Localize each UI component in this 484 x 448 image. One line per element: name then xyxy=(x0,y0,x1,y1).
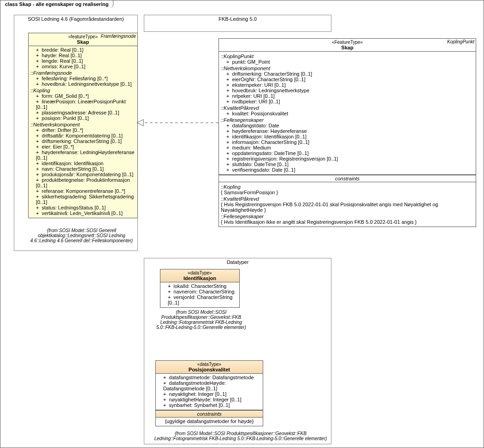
constraint-text: {ugyldige datafangstmetoder for høyde} xyxy=(156,418,263,426)
attribute: bredde: Real [0..1] xyxy=(30,47,136,53)
package-sosi-title: SOSI Ledning 4.6 (Fagområdestandarden) xyxy=(14,15,137,23)
class-skap-fkb: KoplingPunkt «FeatureType» Skap ::Koplin… xyxy=(218,38,476,227)
class-posisjonskvalitet: «dataType» Posisjonskvalitet datafangstm… xyxy=(155,360,263,426)
attribute: navnerom: CharacterString xyxy=(162,289,237,294)
attribute: versjonId: CharacterString [0..1] xyxy=(162,294,237,305)
group-head: ::Framføringsnode xyxy=(30,70,136,76)
attribute: datafangstmetode: Datafangstmetode xyxy=(158,375,261,380)
constraint-text: { Hvis Identifikasjon ikke er angitt ska… xyxy=(221,219,474,225)
attribute: fellesføring: Fellesføring [0..*] xyxy=(30,76,136,81)
uml-diagram: class Skap - alle egenskaper og realiser… xyxy=(0,0,484,448)
attribute: høyde: Real [0..1] xyxy=(30,53,136,58)
attribute: vertikalnivå: Ledn_Vertikalnivå [0..1] xyxy=(30,210,136,216)
attribute: driftsmerking: CharacterString [0..1] xyxy=(30,138,136,144)
class-poskval-name: Posisjonskvalitet xyxy=(157,367,262,372)
class-skap-fkb-note: KoplingPunkt xyxy=(447,39,474,44)
attribute: nvdbpeker: URI [0..1] xyxy=(221,99,474,104)
constraint-text: { SamsvarFormPosisjon } xyxy=(221,190,474,195)
attribute: identifikasjon: Identifikasjon [0..1] xyxy=(221,134,474,139)
constraints-title: constraints xyxy=(219,175,476,182)
attribute: driftsmerking: CharacterString [0..1] xyxy=(221,71,474,77)
class-identifikasjon: «dataType» Identifikasjon lokalId: Chara… xyxy=(160,269,240,308)
attribute: hovedbruk: Ledningsnettverkstype xyxy=(221,88,474,93)
tab-prefix: class xyxy=(5,1,19,7)
class-ident-source: (from SOSI Model::SOSI Produktspesifikas… xyxy=(153,308,249,331)
attribute: omriss: Kurve [0..1] xyxy=(30,64,136,69)
attribute: referanse: Komponentreferanse [0..*] xyxy=(30,188,136,194)
attribute: oppdateringsdato: DateTime [0..1] xyxy=(221,150,474,156)
group-head: ::KvalitetPåkrevd xyxy=(221,105,474,111)
attribute: lokalId: CharacterString xyxy=(162,283,237,289)
attribute: posisjon: Punkt [0..1] xyxy=(30,115,136,121)
attribute: nøyaktighet: Integer [0..1] xyxy=(158,391,261,397)
attribute: navn: CharacterString [0..1] xyxy=(30,166,136,172)
group-head: ::Kopling xyxy=(30,88,136,93)
svg-marker-1 xyxy=(137,119,143,126)
attribute: drifter: Drifter [0..*] xyxy=(30,127,136,133)
class-skap-sosi-note: Framføringsnode xyxy=(101,34,136,39)
class-skap-sosi-source: (from SOSI Model::SOSI Generell objektka… xyxy=(24,227,140,245)
attribute: eierOrgNr: CharacterString [0..1] xyxy=(221,77,474,82)
attribute: plasseringsadresse: Adresse [0..1] xyxy=(30,110,136,115)
attribute: hovedbruk: Ledningsnettverkstype [0..1] xyxy=(30,81,136,87)
group-head: ::Fellesegenskaper xyxy=(221,117,474,123)
attribute: nrlpeker: URI [0..1] xyxy=(221,93,474,99)
attribute: registreringsversjon: Registreringsversj… xyxy=(221,156,474,161)
attribute: lengde: Real [0..1] xyxy=(30,58,136,64)
attribute: eksternpeker: URI [0..1] xyxy=(221,82,474,88)
package-fkb-title: FKB-Ledning 5.0 xyxy=(144,15,331,23)
constraint-group: ::Kopling xyxy=(221,184,474,190)
tab-title: Skap - alle egenskaper og realisering xyxy=(19,1,109,7)
attribute: produksjonsår: Komponentdatering [0..1] xyxy=(30,172,136,177)
group-head: ::Nettverkskomponent xyxy=(221,66,474,71)
attribute: form: GM_Solid [0..*] xyxy=(30,93,136,99)
attribute: eier: Eier [0..*] xyxy=(30,144,136,149)
attribute: nøyaktighetHøyde: Integer [0..1] xyxy=(158,397,261,402)
constraints-title: constraints xyxy=(156,410,263,418)
attribute: datafangstmetodeHøyde: Datafangstmetode … xyxy=(158,380,261,391)
class-skap-fkb-name: Skap xyxy=(220,45,475,50)
constraint-text: { Hvis Registreringsversjon FKB 5.0 2022… xyxy=(221,202,474,213)
class-skap-sosi: Framføringsnode «featureType» Skap bredd… xyxy=(28,33,138,218)
attribute: kvalitet: Posisjonskvalitet xyxy=(221,111,474,116)
attribute: identifikasjon: Identifikasjon xyxy=(30,161,136,166)
attribute: høydereferanse: LedningHøydereferanse [0… xyxy=(30,149,136,161)
attribute: verifiseringsdato: Date [0..1] xyxy=(221,167,474,173)
class-skap-sosi-name: Skap xyxy=(30,39,136,45)
constraint-group: ::KvalitetPåkrevd xyxy=(221,196,474,202)
attribute: driftsattår: Komponentdatering [0..1] xyxy=(30,133,136,138)
package-datatyper-title: Datatyper xyxy=(144,258,331,266)
class-ident-name: Identifikasjon xyxy=(161,275,238,281)
attribute: medium: Medium xyxy=(221,145,474,150)
constraint-group: ::Fellesegenskaper xyxy=(221,214,474,219)
group-head: ::Nettverkskomponent xyxy=(30,122,136,127)
attribute: synbarhet: Synbarhet [0..1] xyxy=(158,402,261,408)
class-poskval-stereo: «dataType» xyxy=(157,362,262,367)
diagram-tab: class Skap - alle egenskaper og realiser… xyxy=(0,0,113,8)
package-fkb: FKB-Ledning 5.0 xyxy=(144,15,331,32)
attribute: punkt: GM_Point xyxy=(221,59,474,65)
attribute: produktbetegnelse: Produktinformasjon [0… xyxy=(30,177,136,188)
attribute: sikkerhetsgradering: Sikkerhetsgradering… xyxy=(30,194,136,205)
class-ident-stereo: «dataType» xyxy=(161,270,238,275)
attribute: status: LedningsStatus [0..1] xyxy=(30,205,136,210)
group-head: ::KoplingPunkt xyxy=(221,54,474,59)
class-poskval-source: (from SOSI Model::SOSI Produktspesifikas… xyxy=(148,430,333,442)
attribute: datafangstdato: Date xyxy=(221,123,474,128)
attribute: sluttdato: DateTime [0..1] xyxy=(221,161,474,167)
attribute: høydereferanse: Høydereferanse xyxy=(221,128,474,134)
class-skap-fkb-stereo: «FeatureType» xyxy=(220,40,475,45)
attribute: lineærPosisjon: LineærPosisjonPunkt [0..… xyxy=(30,99,136,110)
attribute: informasjon: CharacterString [0..1] xyxy=(221,139,474,145)
